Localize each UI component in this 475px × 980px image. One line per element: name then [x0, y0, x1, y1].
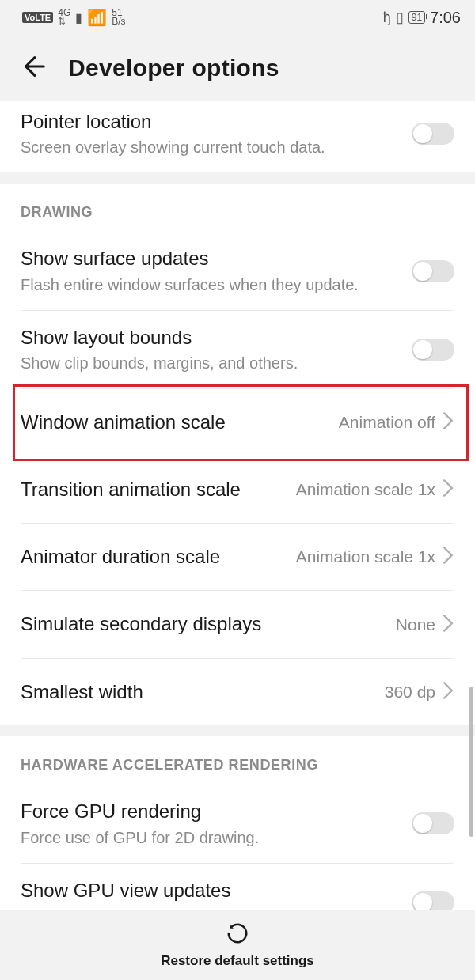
row-show-layout-bounds[interactable]: Show layout bounds Show clip bounds, mar… [0, 311, 475, 388]
page-title: Developer options [68, 55, 279, 81]
row-animator-duration-scale[interactable]: Animator duration scale Animation scale … [0, 524, 475, 590]
chevron-right-icon [442, 546, 454, 568]
clock: 7:06 [430, 9, 461, 27]
wifi-icon: 📶 [87, 8, 107, 27]
show-gpu-view-updates-title: Show GPU view updates [21, 878, 402, 903]
row-pointer-location[interactable]: Pointer location Screen overlay showing … [0, 101, 475, 172]
vibrate-icon: ▯ [396, 9, 404, 26]
simulate-secondary-displays-title: Simulate secondary displays [21, 611, 386, 637]
cell-signal-icon: ▮ [75, 10, 82, 25]
simulate-secondary-displays-value: None [396, 615, 435, 634]
transition-animation-scale-value: Animation scale 1x [296, 480, 435, 499]
volte-badge: VoLTE [22, 12, 53, 23]
row-force-gpu-rendering[interactable]: Force GPU rendering Force use of GPU for… [0, 785, 475, 862]
scroll-indicator [469, 687, 473, 837]
row-show-surface-updates[interactable]: Show surface updates Flash entire window… [0, 232, 475, 309]
chevron-right-icon [442, 681, 454, 703]
show-surface-updates-title: Show surface updates [21, 246, 402, 271]
show-layout-bounds-title: Show layout bounds [21, 325, 402, 350]
status-bar: VoLTE 4G ⇅ ▮ 📶 51 B/s ђ ▯ 91 7:06 [0, 0, 475, 35]
section-drawing-header: DRAWING [0, 184, 475, 232]
row-simulate-secondary-displays[interactable]: Simulate secondary displays None [0, 591, 475, 657]
chevron-right-icon [442, 411, 454, 433]
force-gpu-rendering-title: Force GPU rendering [21, 799, 402, 824]
animator-duration-scale-value: Animation scale 1x [296, 547, 435, 566]
window-animation-scale-value: Animation off [339, 413, 435, 432]
section-hw-header: HARDWARE ACCELERATED RENDERING [0, 736, 475, 785]
show-surface-updates-toggle[interactable] [412, 260, 454, 282]
force-gpu-rendering-sub: Force use of GPU for 2D drawing. [21, 827, 402, 849]
window-animation-scale-title: Window animation scale [21, 410, 329, 435]
signal-icon: ⇅ [58, 17, 66, 26]
row-transition-animation-scale[interactable]: Transition animation scale Animation sca… [0, 456, 475, 523]
transition-animation-scale-title: Transition animation scale [21, 477, 287, 502]
speed-unit: B/s [112, 17, 125, 26]
chevron-right-icon [442, 614, 454, 636]
smallest-width-value: 360 dp [385, 683, 435, 702]
row-window-animation-scale[interactable]: Window animation scale Animation off [0, 389, 475, 456]
smallest-width-title: Smallest width [21, 679, 375, 705]
show-gpu-view-updates-toggle[interactable] [412, 891, 454, 910]
force-gpu-rendering-toggle[interactable] [412, 812, 454, 834]
restore-default-settings-label: Restore default settings [161, 953, 314, 969]
bottom-bar[interactable]: Restore default settings [0, 910, 475, 980]
pointer-location-title: Pointer location [21, 109, 402, 134]
back-arrow-icon[interactable] [19, 53, 46, 83]
show-layout-bounds-sub: Show clip bounds, margins, and others. [21, 352, 402, 374]
battery-level: 91 [408, 11, 425, 24]
pointer-location-toggle[interactable] [412, 123, 454, 145]
row-show-gpu-view-updates[interactable]: Show GPU view updates Flash views inside… [0, 864, 475, 910]
bluetooth-icon: ђ [383, 9, 391, 26]
show-gpu-view-updates-sub: Flash views inside windows when drawn wi… [21, 905, 402, 910]
app-header: Developer options [0, 35, 475, 101]
chevron-right-icon [442, 479, 454, 501]
row-smallest-width[interactable]: Smallest width 360 dp [0, 659, 475, 725]
animator-duration-scale-title: Animator duration scale [21, 544, 287, 569]
show-layout-bounds-toggle[interactable] [412, 339, 454, 361]
restore-icon [226, 921, 249, 948]
pointer-location-sub: Screen overlay showing current touch dat… [21, 136, 402, 158]
show-surface-updates-sub: Flash entire window surfaces when they u… [21, 274, 402, 296]
